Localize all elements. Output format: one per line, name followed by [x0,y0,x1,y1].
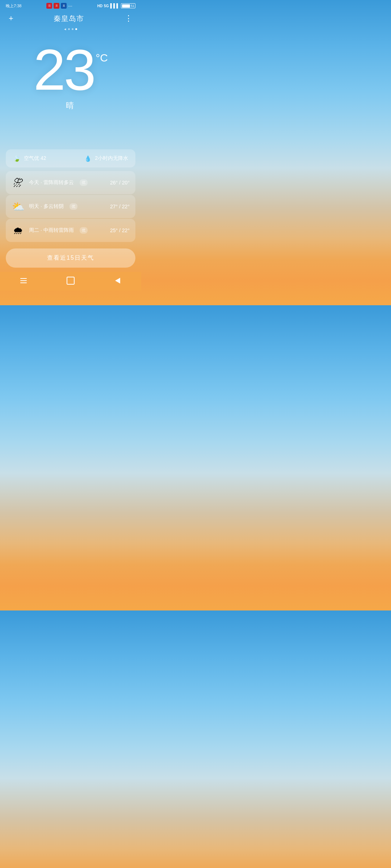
view-15day-button[interactable]: 查看近15日天气 [6,248,135,268]
temperature-unit: °C [96,52,108,63]
air-quality-label: 空气优 42 [24,155,46,162]
weather-icon-tuesday: 🌧 [12,224,25,237]
weather-icon-today: ⛈ [12,176,25,189]
hamburger-menu-icon [20,278,27,283]
location-dot-icon: ◂ [64,27,66,31]
status-center-icons: 活 京 直 ··· [46,3,72,9]
city-name: 秦皇岛市 [54,14,84,24]
app-icon-1: 活 [46,3,52,9]
status-right-icons: HD 5G ▌▌▌ 51 [97,3,135,8]
status-time: 晚上7:38 [6,3,21,9]
status-bar: 晚上7:38 活 京 直 ··· HD 5G ▌▌▌ 51 [0,0,141,10]
rain-label: 2小时内无降水 [95,155,128,162]
forecast-day-tuesday: 周二 · 中雨转雷阵雨 [29,227,74,234]
battery-level [122,4,130,8]
temperature-value: 23 [33,45,94,94]
leaf-icon: 🍃 [13,154,21,162]
air-badge-tuesday: 优 [80,227,88,234]
air-quality-item: 🍃 空气优 42 [13,154,46,162]
more-menu-button[interactable]: ⋮ [123,13,134,24]
app-icon-3: 直 [61,3,67,9]
forecast-row-tomorrow: ⛅ 明天 · 多云转阴 优 27° / 22° [6,195,135,218]
weather-description: 晴 [0,100,141,111]
forecast-section: ⛈ 今天 · 雷阵雨转多云 优 26° / 20° ⛅ 明天 · 多云转阴 优 … [0,168,141,242]
forecast-left-today: ⛈ 今天 · 雷阵雨转多云 优 [12,176,88,189]
signal-icon: 5G [104,4,109,8]
hd-icon: HD [97,4,102,8]
forecast-day-tomorrow: 明天 · 多云转阴 [29,203,64,210]
rain-drop-icon: 💧 [84,154,92,162]
add-button[interactable]: + [7,13,15,24]
nav-back-button[interactable] [110,276,125,286]
navigation-bar [0,272,141,291]
air-badge-tomorrow: 优 [70,203,77,210]
temperature-display: 23 °C [33,45,108,94]
forecast-temp-tuesday: 25° / 22° [110,227,130,233]
app-icon-2: 京 [54,3,59,9]
signal-bars-icon: ▌▌▌ [110,3,119,8]
air-badge-today: 优 [80,179,88,186]
info-section: 🍃 空气优 42 💧 2小时内无降水 [0,144,141,167]
forecast-day-today: 今天 · 雷阵雨转多云 [29,179,74,186]
forecast-left-tomorrow: ⛅ 明天 · 多云转阴 优 [12,200,77,213]
page-dot-1 [68,28,70,30]
nav-menu-button[interactable] [16,276,31,286]
weather-icon-tomorrow: ⛅ [12,200,25,213]
home-icon [67,277,75,285]
battery-percent: 51 [131,4,134,8]
temperature-section: 23 °C 晴 [0,34,141,115]
city-title: 秦皇岛市 [54,14,84,24]
battery-icon: 51 [121,3,135,8]
forecast-row-tuesday: 🌧 周二 · 中雨转雷阵雨 优 25° / 22° [6,219,135,242]
header: + 秦皇岛市 ⋮ [0,10,141,25]
page-dot-3-active [75,28,77,30]
page-dot-2 [72,28,73,30]
rain-item: 💧 2小时内无降水 [84,154,128,162]
back-arrow-icon [115,278,120,284]
forecast-temp-tomorrow: 27° / 22° [110,204,130,209]
forecast-temp-today: 26° / 20° [110,180,130,186]
page-indicator: ◂ [0,25,141,34]
forecast-left-tuesday: 🌧 周二 · 中雨转雷阵雨 优 [12,224,88,237]
more-dots-icon: ··· [68,3,72,9]
forecast-row-today: ⛈ 今天 · 雷阵雨转多云 优 26° / 20° [6,171,135,194]
nav-home-button[interactable] [63,276,78,286]
air-info-row: 🍃 空气优 42 💧 2小时内无降水 [6,149,135,167]
